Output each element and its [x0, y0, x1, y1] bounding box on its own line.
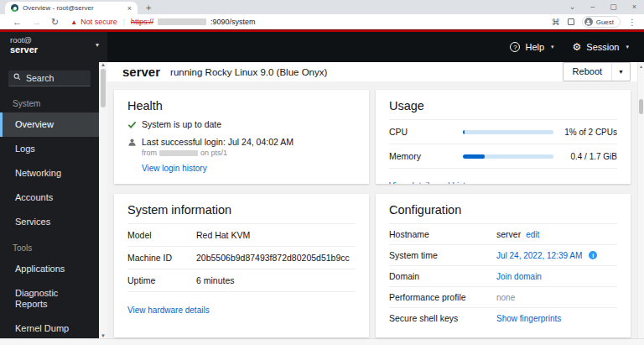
sidebar-item-applications[interactable]: Applications [0, 257, 99, 281]
uptime-row: Uptime 6 minutes [127, 269, 356, 292]
uptodate-text: System is up to date [142, 119, 221, 129]
performance-profile-row: Performance profile none [389, 287, 617, 308]
sidebar-search [8, 70, 91, 86]
machine-id-label: Machine ID [127, 253, 196, 263]
sidebar-scrollbar[interactable]: ▲ ▼ [99, 62, 107, 338]
main-scroll-up-icon[interactable]: ▲ [639, 64, 643, 69]
domain-row: Domain Join domain [389, 266, 617, 287]
configuration-title: Configuration [389, 203, 617, 217]
page-title: server [122, 65, 160, 79]
os-description: running Rocky Linux 9.0 (Blue Onyx) [170, 67, 327, 77]
host-switcher-caret-icon: ▾ [96, 41, 99, 49]
browser-profile-button[interactable]: Guest [582, 16, 621, 28]
extension-icon[interactable]: ⌘ [552, 18, 560, 27]
main-scrollbar-thumb[interactable] [639, 99, 643, 114]
sidebar-scrollbar-thumb[interactable] [101, 69, 106, 107]
view-details-history-link[interactable]: View details and history [389, 181, 477, 184]
user-icon [127, 138, 137, 147]
system-time-link[interactable]: Jul 24, 2022, 12:39 AM [496, 251, 582, 260]
cpu-label: CPU [389, 127, 463, 137]
browser-tab[interactable]: Overview - root@server × [5, 2, 138, 14]
session-caret-icon: ▾ [626, 44, 629, 50]
profile-avatar-icon [584, 18, 593, 26]
sidebar-item-selinux[interactable]: SELinux [0, 341, 99, 345]
check-icon [127, 120, 137, 129]
view-hardware-details-link[interactable]: View hardware details [127, 306, 210, 315]
configuration-card: Configuration Hostname server edit Syste… [376, 194, 631, 337]
uptime-value: 6 minutes [196, 275, 356, 285]
model-value: Red Hat KVM [196, 230, 356, 240]
session-label: Session [586, 42, 619, 52]
sidebar-item-diagnostic-reports[interactable]: Diagnostic Reports [0, 281, 99, 316]
ssh-keys-label: Secure shell keys [389, 313, 496, 323]
forward-icon[interactable]: → [27, 17, 46, 27]
performance-profile-label: Performance profile [389, 292, 496, 302]
masthead-actions: ? Help ▾ ⚙ Session ▾ [107, 32, 644, 62]
machine-id-value: 20b5506b9d87493f872d80205d51b9cc [196, 253, 356, 263]
toolbar-right: ⌘ Guest ⋮ [552, 16, 636, 28]
gear-icon: ⚙ [573, 42, 582, 52]
uptime-label: Uptime [127, 275, 196, 285]
health-title: Health [127, 99, 356, 112]
window-minimize-icon[interactable]: – [583, 0, 602, 14]
tab-close-icon[interactable]: × [127, 4, 132, 13]
system-time-label: System time [389, 250, 496, 260]
masthead-hostname: server [10, 44, 97, 55]
show-fingerprints-link[interactable]: Show fingerprints [496, 314, 561, 323]
sidebar-item-networking[interactable]: Networking [0, 161, 99, 186]
sidebar-section-tools: Tools [0, 234, 99, 257]
host-switcher[interactable]: root@ server ▾ [0, 32, 107, 62]
url-divider: | [121, 18, 127, 26]
not-secure-label[interactable]: Not secure [80, 18, 117, 26]
usage-title: Usage [389, 99, 617, 112]
session-dropdown[interactable]: ⚙ Session ▾ [573, 42, 629, 52]
main-scrollbar[interactable]: ▲ [637, 62, 644, 338]
browser-menu-icon[interactable]: ⋮ [628, 18, 636, 27]
window-close-icon[interactable]: × [625, 0, 644, 14]
sidebar-item-kernel-dump[interactable]: Kernel Dump [0, 316, 99, 341]
scroll-down-icon[interactable]: ▼ [101, 333, 106, 338]
sidebar: System Overview Logs Networking Accounts… [0, 62, 107, 338]
join-domain-link[interactable]: Join domain [496, 272, 542, 281]
edit-hostname-link[interactable]: edit [526, 230, 539, 239]
browser-tab-strip: Overview - root@server × + ⌄ – ▢ × [0, 0, 644, 14]
new-tab-button[interactable]: + [138, 3, 159, 14]
sidebar-item-overview[interactable]: Overview [0, 112, 99, 137]
address-bar[interactable]: ▲ Not secure | https:// :9090/system [70, 18, 551, 26]
sidebar-item-services[interactable]: Services [0, 210, 99, 234]
last-login-row: Last successful login: Jul 24, 04:02 AM [127, 137, 356, 147]
login-tty-label: on pts/1 [200, 149, 227, 157]
hostname-row: Hostname server edit [389, 223, 617, 245]
back-icon[interactable]: ← [8, 17, 27, 27]
login-origin: from on pts/1 [142, 149, 356, 157]
sidebar-item-accounts[interactable]: Accounts [0, 186, 99, 210]
reboot-caret-icon[interactable]: ▼ [612, 63, 630, 81]
masthead: root@ server ▾ ? Help ▾ ⚙ Session ▾ [0, 32, 644, 62]
hostname-value: server [496, 229, 521, 239]
domain-label: Domain [389, 271, 496, 281]
view-login-history-link[interactable]: View login history [142, 164, 207, 173]
cpu-usage-row: CPU 1% of 2 CPUs [389, 119, 617, 144]
reload-icon[interactable]: ↻ [46, 17, 64, 28]
reboot-button[interactable]: Reboot [564, 63, 612, 81]
sidebar-item-logs[interactable]: Logs [0, 137, 99, 161]
tab-title: Overview - root@server [23, 4, 123, 12]
window-controls: ⌄ – ▢ × [562, 0, 644, 14]
masthead-username: root@ [10, 35, 97, 44]
main-content: server running Rocky Linux 9.0 (Blue Ony… [107, 62, 637, 338]
system-information-card: System information Model Red Hat KVM Mac… [114, 194, 369, 337]
window-maximize-icon[interactable]: ▢ [602, 0, 625, 14]
login-host-redacted [159, 150, 198, 156]
window-menu-icon[interactable]: ⌄ [562, 0, 584, 14]
scroll-up-icon[interactable]: ▲ [101, 62, 106, 67]
memory-usage-row: Memory 0.4 / 1.7 GiB [389, 144, 617, 169]
url-redacted-host [158, 18, 206, 25]
memory-progress-bar [463, 154, 553, 159]
url-scheme: https:// [131, 18, 153, 26]
help-dropdown[interactable]: ? Help ▾ [510, 42, 553, 52]
reboot-split-button: Reboot ▼ [563, 62, 631, 81]
side-panel-icon[interactable] [568, 18, 574, 25]
last-login-text: Last successful login: Jul 24, 04:02 AM [142, 137, 293, 147]
time-info-icon[interactable]: i [589, 251, 597, 259]
performance-profile-value: none [496, 293, 617, 302]
